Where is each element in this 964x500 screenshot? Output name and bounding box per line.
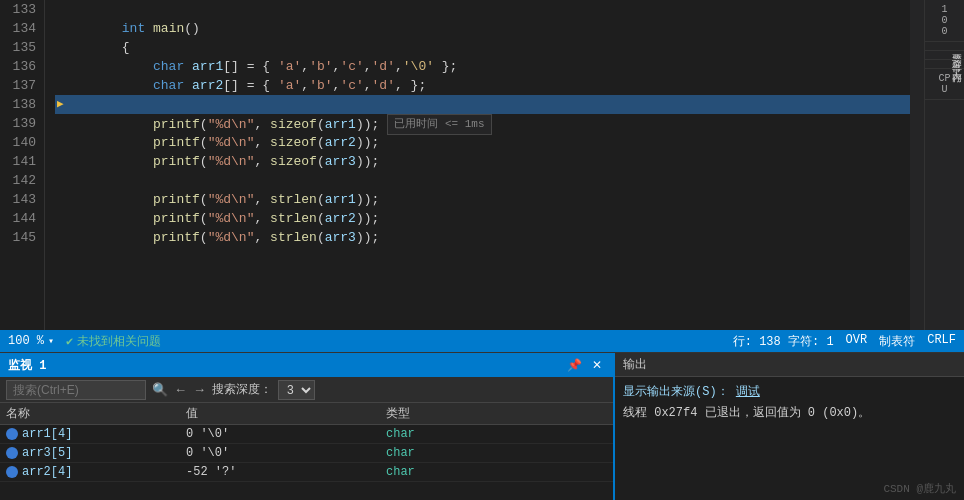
- zoom-value: 100 %: [8, 334, 44, 348]
- zoom-dropdown-icon[interactable]: ▾: [48, 335, 54, 347]
- editor-area: 133 134 135 136 137 138 139 140 141 142 …: [0, 0, 964, 330]
- status-right: 行: 138 字符: 1 OVR 制表符 CRLF: [733, 333, 956, 350]
- right-panel-cpu[interactable]: CPU: [925, 69, 964, 100]
- code-line-137: char arr3[6] = { 'a','b','c','d','e'};: [55, 76, 910, 95]
- right-panel-memory[interactable]: 内存: [925, 60, 964, 69]
- code-line-139: printf("%d\n", sizeof(arr2));: [55, 114, 910, 133]
- watch-row-0[interactable]: arr1[4] 0 '\0' char: [0, 425, 613, 444]
- line-numbers: 133 134 135 136 137 138 139 140 141 142 …: [0, 0, 45, 330]
- output-source-label: 显示输出来源(S)： 调试: [623, 383, 956, 400]
- right-panel: 100 摘要 事件 内存 CPU: [924, 0, 964, 330]
- right-panel-events[interactable]: 事件: [925, 51, 964, 60]
- code-line-140: printf("%d\n", sizeof(arr3));: [55, 133, 910, 152]
- back-arrow-btn[interactable]: ←: [174, 382, 187, 397]
- watch-row-0-type: char: [386, 427, 607, 441]
- watch-row-1-value: 0 '\0': [186, 446, 386, 460]
- output-title-text: 输出: [623, 356, 647, 373]
- watch-panel: 监视 1 📌 ✕ 🔍 ← → 搜索深度： 3 1 2 4 5 名称 值: [0, 353, 615, 500]
- output-panel: 输出 显示输出来源(S)： 调试 线程 0x27f4 已退出，返回值为 0 (0…: [615, 353, 964, 500]
- watch-toolbar: 🔍 ← → 搜索深度： 3 1 2 4 5: [0, 377, 613, 403]
- search-icon-btn[interactable]: 🔍: [152, 382, 168, 397]
- zoom-status[interactable]: 100 % ▾: [8, 334, 54, 348]
- watch-row-1-name: arr3[5]: [6, 446, 186, 460]
- depth-select[interactable]: 3 1 2 4 5: [278, 380, 315, 400]
- watch-row-2[interactable]: arr2[4] -52 '?' char: [0, 463, 613, 482]
- output-message: 线程 0x27f4 已退出，返回值为 0 (0x0)。: [623, 404, 956, 422]
- crlf-status: CRLF: [927, 333, 956, 350]
- output-source-value[interactable]: 调试: [736, 385, 760, 399]
- minimap: [910, 0, 924, 330]
- watch-row-1-type: char: [386, 446, 607, 460]
- code-content[interactable]: int main() { char arr1[] = { 'a','b','c'…: [45, 0, 910, 330]
- watch-row-2-name: arr2[4]: [6, 465, 186, 479]
- code-line-143: printf("%d\n", strlen(arr2));: [55, 190, 910, 209]
- col-header-type: 类型: [386, 405, 607, 422]
- watch-title-bar: 监视 1 📌 ✕: [0, 353, 613, 377]
- no-issues-text: 未找到相关问题: [77, 333, 161, 350]
- status-bar: 100 % ▾ ✔ 未找到相关问题 行: 138 字符: 1 OVR 制表符 C…: [0, 330, 964, 352]
- code-line-138: printf("%d\n", sizeof(arr1));已用时间 <= 1ms: [55, 95, 910, 114]
- watch-title-text: 监视 1: [8, 357, 560, 374]
- col-header-value: 值: [186, 405, 386, 422]
- watch-controls: 📌 ✕: [564, 358, 605, 372]
- watch-row-0-name: arr1[4]: [6, 427, 186, 441]
- check-icon: ✔: [66, 334, 73, 349]
- code-line-142: printf("%d\n", strlen(arr1));: [55, 171, 910, 190]
- code-line-135: char arr1[] = { 'a','b','c','d','\0' };: [55, 38, 910, 57]
- no-issues-status: ✔ 未找到相关问题: [66, 333, 161, 350]
- depth-label: 搜索深度：: [212, 381, 272, 398]
- code-line-134: {: [55, 19, 910, 38]
- code-line-136: char arr2[] = { 'a','b','c','d', };: [55, 57, 910, 76]
- code-line-141: [55, 152, 910, 171]
- ovr-status: OVR: [846, 333, 868, 350]
- watch-row-0-value: 0 '\0': [186, 427, 386, 441]
- watermark: CSDN @鹿九丸: [883, 481, 956, 496]
- watch-row-2-value: -52 '?': [186, 465, 386, 479]
- tab-status: 制表符: [879, 333, 915, 350]
- watch-dot-icon: [6, 447, 18, 459]
- right-panel-summary[interactable]: 摘要: [925, 42, 964, 51]
- watch-row-2-type: char: [386, 465, 607, 479]
- code-line-145: [55, 228, 910, 247]
- bottom-area: 监视 1 📌 ✕ 🔍 ← → 搜索深度： 3 1 2 4 5 名称 值: [0, 352, 964, 500]
- watch-close-button[interactable]: ✕: [589, 358, 605, 372]
- watch-pin-button[interactable]: 📌: [564, 358, 585, 372]
- watch-dot-icon: [6, 466, 18, 478]
- forward-arrow-btn[interactable]: →: [193, 382, 206, 397]
- code-line-144: printf("%d\n", strlen(arr3));: [55, 209, 910, 228]
- watch-search-input[interactable]: [6, 380, 146, 400]
- col-header-name: 名称: [6, 405, 186, 422]
- watch-dot-icon: [6, 428, 18, 440]
- watch-row-1[interactable]: arr3[5] 0 '\0' char: [0, 444, 613, 463]
- line-col-status: 行: 138 字符: 1: [733, 333, 834, 350]
- code-line-133: int main(): [55, 0, 910, 19]
- right-panel-number: 100: [925, 0, 964, 42]
- watch-table-header: 名称 值 类型: [0, 403, 613, 425]
- watch-table: 名称 值 类型 arr1[4] 0 '\0' char arr3[5] 0 '\: [0, 403, 613, 500]
- output-title-bar: 输出: [615, 353, 964, 377]
